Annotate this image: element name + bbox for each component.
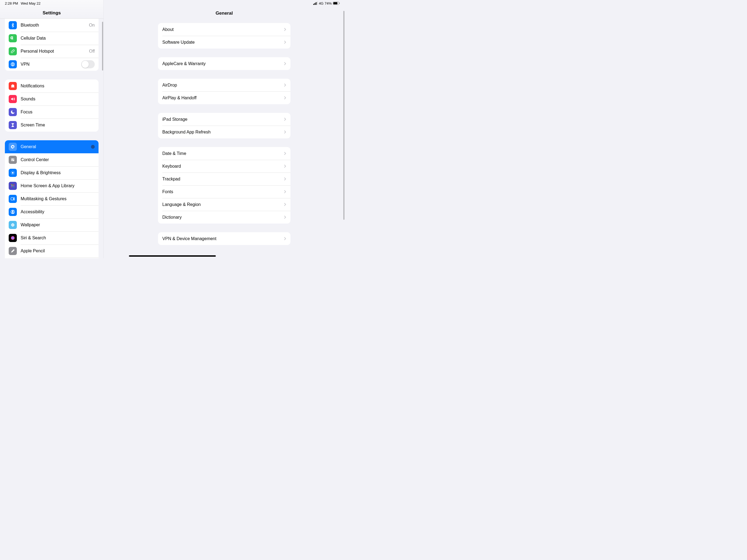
chevron-right-icon <box>284 41 286 44</box>
flower-icon <box>9 221 17 229</box>
main-group-1: AppleCare & Warranty <box>158 57 290 70</box>
sidebar-item-multitasking[interactable]: Multitasking & Gestures <box>5 192 99 205</box>
sidebar-group-alerts: NotificationsSoundsFocusScreen Time <box>5 80 99 132</box>
sidebar-item-label: Multitasking & Gestures <box>21 196 95 201</box>
home-indicator[interactable] <box>129 255 216 257</box>
sidebar-item-label: Accessibility <box>21 210 95 214</box>
main-item-ipad-storage[interactable]: iPad Storage <box>158 113 290 126</box>
sidebar-item-cellular[interactable]: Cellular Data <box>5 32 99 45</box>
pencil-icon <box>9 247 17 255</box>
svg-rect-20 <box>11 186 12 186</box>
sidebar-item-bluetooth[interactable]: BluetoothOn <box>5 19 99 32</box>
main-item-label: Software Update <box>162 40 284 45</box>
svg-rect-18 <box>12 184 13 185</box>
sidebar-item-value: Off <box>89 49 95 54</box>
sidebar-item-accessibility[interactable]: Accessibility <box>5 205 99 218</box>
main-item-keyboard[interactable]: Keyboard <box>158 160 290 172</box>
sidebar-item-label: Siri & Search <box>21 236 95 240</box>
main-item-vpn-device-management[interactable]: VPN & Device Management <box>158 232 290 245</box>
main-item-trackpad[interactable]: Trackpad <box>158 172 290 185</box>
main-group-5: VPN & Device Management <box>158 232 290 245</box>
svg-point-39 <box>11 236 15 240</box>
sidebar-item-focus[interactable]: Focus <box>5 106 99 118</box>
chevron-right-icon <box>284 237 286 240</box>
main-item-label: AirDrop <box>162 83 284 88</box>
sidebar-item-controlcenter[interactable]: Control Center <box>5 153 99 166</box>
svg-rect-27 <box>14 198 15 200</box>
main-item-fonts[interactable]: Fonts <box>158 185 290 198</box>
svg-point-36 <box>13 223 14 224</box>
svg-rect-21 <box>12 186 13 186</box>
sidebar-item-pencil[interactable]: Apple Pencil <box>5 244 99 258</box>
sidebar-item-notifications[interactable]: Notifications <box>5 80 99 92</box>
sidebar-item-general[interactable]: General <box>5 140 99 153</box>
main-item-airplay-handoff[interactable]: AirPlay & Handoff <box>158 91 290 104</box>
main-group-4: Date & TimeKeyboardTrackpadFontsLanguage… <box>158 147 290 223</box>
chevron-right-icon <box>284 117 286 121</box>
chevron-right-icon <box>284 190 286 193</box>
sidebar-item-label: Screen Time <box>21 123 95 128</box>
main-item-applecare-warranty[interactable]: AppleCare & Warranty <box>158 57 290 70</box>
main-item-label: Date & Time <box>162 151 284 156</box>
rects-icon <box>9 195 17 203</box>
svg-rect-19 <box>14 184 15 185</box>
svg-rect-11 <box>11 87 15 88</box>
grid-icon <box>9 182 17 190</box>
siri-icon <box>9 234 17 242</box>
svg-rect-17 <box>11 184 12 185</box>
sidebar-item-faceid[interactable]: Face ID & Passcode <box>5 258 99 258</box>
svg-point-37 <box>11 225 12 226</box>
sidebar-group-general-group: GeneralControl CenterDisplay & Brightnes… <box>5 140 99 258</box>
sidebar-item-label: Cellular Data <box>21 36 95 41</box>
main-item-dictionary[interactable]: Dictionary <box>158 211 290 223</box>
main-item-label: Background App Refresh <box>162 130 284 135</box>
main-item-background-app-refresh[interactable]: Background App Refresh <box>158 126 290 138</box>
svg-rect-25 <box>14 187 15 187</box>
svg-point-33 <box>11 224 12 225</box>
vpn-toggle[interactable] <box>81 60 95 69</box>
chevron-right-icon <box>284 215 286 219</box>
main-item-label: About <box>162 27 284 32</box>
main-item-about[interactable]: About <box>158 23 290 36</box>
status-date: Wed May 22 <box>21 1 41 5</box>
main-item-software-update[interactable]: Software Update <box>158 36 290 49</box>
main-item-language-region[interactable]: Language & Region <box>158 198 290 211</box>
sliders-icon <box>9 156 17 164</box>
globe-icon <box>9 60 17 69</box>
sidebar-item-siri[interactable]: Siri & Search <box>5 232 99 244</box>
svg-point-32 <box>12 226 13 227</box>
chevron-right-icon <box>284 62 286 65</box>
antenna-icon <box>9 34 17 42</box>
svg-rect-0 <box>313 4 314 5</box>
svg-point-35 <box>11 223 12 224</box>
sidebar-item-label: VPN <box>21 62 81 67</box>
sidebar-item-vpn[interactable]: VPN <box>5 58 99 71</box>
status-time: 2:28 PM <box>5 1 18 5</box>
sidebar-item-sounds[interactable]: Sounds <box>5 92 99 106</box>
sidebar-item-hotspot[interactable]: Personal HotspotOff <box>5 45 99 58</box>
sidebar-item-wallpaper[interactable]: Wallpaper <box>5 218 99 232</box>
chevron-right-icon <box>284 177 286 181</box>
gear-icon <box>9 143 17 151</box>
sidebar-item-screentime[interactable]: Screen Time <box>5 118 99 132</box>
settings-sidebar: Settings BluetoothOnCellular DataPersona… <box>0 0 104 258</box>
bell-icon <box>9 82 17 90</box>
sidebar-item-label: General <box>21 144 70 149</box>
main-item-date-time[interactable]: Date & Time <box>158 147 290 160</box>
sidebar-item-value: On <box>89 23 95 28</box>
main-scroll-indicator[interactable] <box>343 11 344 220</box>
chevron-right-icon <box>284 130 286 134</box>
chevron-right-icon <box>284 28 286 31</box>
main-item-airdrop[interactable]: AirDrop <box>158 79 290 91</box>
sidebar-item-label: Sounds <box>21 97 95 102</box>
sidebar-scroll-indicator[interactable] <box>102 22 103 71</box>
sidebar-item-label: Control Center <box>21 157 95 162</box>
main-item-label: Dictionary <box>162 215 284 220</box>
sidebar-item-display[interactable]: Display & Brightness <box>5 166 99 179</box>
person-icon <box>9 208 17 216</box>
main-group-0: AboutSoftware Update <box>158 23 290 49</box>
main-group-2: AirDropAirPlay & Handoff <box>158 79 290 104</box>
badge-dot <box>91 145 95 149</box>
sidebar-item-homescreen[interactable]: Home Screen & App Library <box>5 179 99 192</box>
svg-rect-1 <box>314 3 315 5</box>
